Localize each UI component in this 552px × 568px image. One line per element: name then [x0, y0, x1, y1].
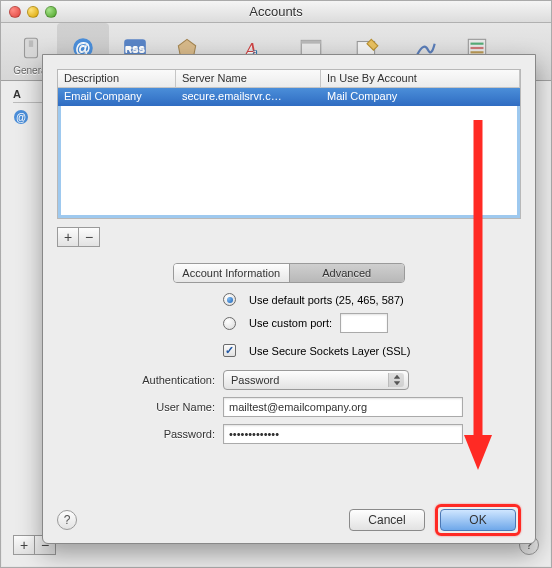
accounts-col-header: A: [13, 88, 43, 103]
svg-rect-12: [471, 43, 484, 45]
ok-button[interactable]: OK: [440, 509, 516, 531]
accounts-col-row[interactable]: @: [13, 109, 43, 127]
checkbox-ssl[interactable]: [223, 344, 236, 357]
svg-rect-13: [471, 47, 484, 49]
remove-server-button[interactable]: −: [78, 227, 100, 247]
smtp-servers-sheet: Description Server Name In Use By Accoun…: [42, 54, 536, 544]
tab-account-information[interactable]: Account Information: [174, 264, 290, 282]
tab-advanced[interactable]: Advanced: [290, 264, 405, 282]
label-custom-port: Use custom port:: [249, 317, 332, 329]
col-description[interactable]: Description: [58, 70, 176, 87]
svg-rect-1: [29, 40, 33, 47]
table-row[interactable]: Email Company secure.emailsrvr.c… Mail C…: [58, 88, 520, 106]
titlebar: Accounts: [1, 1, 551, 23]
radio-default-ports[interactable]: [223, 293, 236, 306]
label-username: User Name:: [75, 401, 215, 413]
window-title: Accounts: [1, 4, 551, 19]
tab-segment: Account Information Advanced: [173, 263, 405, 283]
svg-text:RSS: RSS: [125, 43, 146, 54]
cancel-button[interactable]: Cancel: [349, 509, 425, 531]
custom-port-field[interactable]: [340, 313, 388, 333]
authentication-select[interactable]: Password: [223, 370, 409, 390]
help-button[interactable]: ?: [57, 510, 77, 530]
add-server-button[interactable]: +: [57, 227, 79, 247]
col-server-name[interactable]: Server Name: [176, 70, 321, 87]
username-field[interactable]: [223, 397, 463, 417]
add-account-button[interactable]: +: [13, 535, 35, 555]
label-authentication: Authentication:: [75, 374, 215, 386]
svg-rect-9: [301, 40, 321, 43]
label-default-ports: Use default ports (25, 465, 587): [249, 294, 404, 306]
label-password: Password:: [75, 428, 215, 440]
label-ssl: Use Secure Sockets Layer (SSL): [249, 345, 410, 357]
svg-text:@: @: [16, 112, 26, 123]
col-in-use[interactable]: In Use By Account: [321, 70, 520, 87]
radio-custom-port[interactable]: [223, 317, 236, 330]
ok-highlight: OK: [435, 504, 521, 536]
password-field[interactable]: [223, 424, 463, 444]
servers-table[interactable]: Description Server Name In Use By Accoun…: [57, 69, 521, 219]
